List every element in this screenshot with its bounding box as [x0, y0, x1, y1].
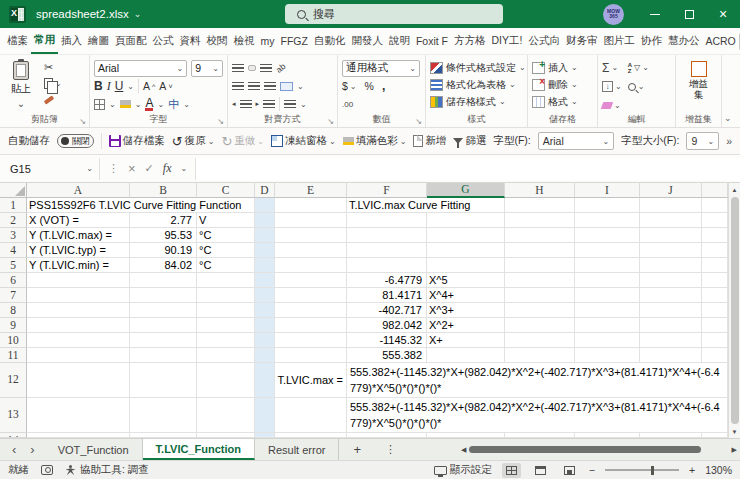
cell-G8[interactable]: X^3+: [427, 303, 505, 318]
cell-A1[interactable]: PSS15S92F6 T.LVIC Curve Fitting Function: [27, 198, 255, 213]
cell-H2[interactable]: [505, 213, 575, 228]
sheet-tab-result-error[interactable]: Result error: [255, 439, 339, 460]
cell-I1[interactable]: [575, 198, 640, 213]
vertical-scrollbar[interactable]: ▲ ▼: [728, 183, 740, 438]
cell-D10[interactable]: [255, 333, 275, 348]
cell-E6[interactable]: [275, 273, 347, 288]
cell-G4[interactable]: [427, 243, 505, 258]
cell-F9[interactable]: 982.042: [347, 318, 427, 333]
increase-decimal-icon[interactable]: .00: [342, 100, 353, 109]
sheet-tab-vot-function[interactable]: VOT_Function: [45, 439, 143, 460]
cell-F8[interactable]: -402.717: [347, 303, 427, 318]
cell-C9[interactable]: [197, 318, 255, 333]
paste-button[interactable]: 貼上 ⌄: [4, 59, 38, 114]
cell-G6[interactable]: X^5: [427, 273, 505, 288]
cell-B3[interactable]: 95.53: [130, 228, 197, 243]
cell-I11[interactable]: [575, 348, 640, 363]
row-header-11[interactable]: 11: [0, 348, 27, 363]
cell-H6[interactable]: [505, 273, 575, 288]
select-all-corner[interactable]: [0, 183, 27, 198]
cell-I6[interactable]: [575, 273, 640, 288]
cell-G11[interactable]: [427, 348, 505, 363]
col-header-A[interactable]: A: [27, 183, 130, 198]
wrap-text-icon[interactable]: [284, 100, 296, 108]
cell-I8[interactable]: [575, 303, 640, 318]
cell-F6[interactable]: -6.4779: [347, 273, 427, 288]
cell-B9[interactable]: [130, 318, 197, 333]
zoom-level[interactable]: 130%: [705, 464, 732, 476]
cell-K4[interactable]: [702, 243, 728, 258]
ribbon-tab-图片工[interactable]: 图片工: [600, 28, 638, 54]
ribbon-tab-頁面配[interactable]: 頁面配: [112, 28, 150, 54]
cell-G5[interactable]: [427, 258, 505, 273]
file-name[interactable]: spreadsheet2.xlsx ⌄: [36, 8, 141, 20]
cell-F4[interactable]: [347, 243, 427, 258]
accessibility-status[interactable]: 協助工具: 調查: [65, 463, 149, 477]
cell-K6[interactable]: [702, 273, 728, 288]
collapse-ribbon-icon[interactable]: ⌄: [724, 113, 732, 123]
cell-A7[interactable]: [27, 288, 130, 303]
shrink-font-button[interactable]: A˅: [159, 78, 172, 95]
col-header-F[interactable]: F: [347, 183, 427, 198]
cell-B10[interactable]: [130, 333, 197, 348]
search-box[interactable]: 搜尋: [285, 4, 503, 24]
cell-B7[interactable]: [130, 288, 197, 303]
cell-G7[interactable]: X^4+: [427, 288, 505, 303]
cell-E8[interactable]: [275, 303, 347, 318]
cell-D11[interactable]: [255, 348, 275, 363]
zoom-slider[interactable]: [605, 469, 679, 471]
cell-B13[interactable]: [130, 398, 197, 433]
row-header-5[interactable]: 5: [0, 258, 27, 273]
ribbon-tab-Foxit F[interactable]: Foxit F: [413, 28, 451, 54]
cell-A10[interactable]: [27, 333, 130, 348]
enter-icon[interactable]: ✓: [145, 162, 154, 175]
cell-C4[interactable]: °C: [197, 243, 255, 258]
zoom-out-button[interactable]: −: [589, 464, 595, 476]
cell-K8[interactable]: [702, 303, 728, 318]
format-as-table-button[interactable]: 格式化為表格⌄: [430, 76, 523, 93]
number-dialog-launcher[interactable]: ↘: [415, 117, 422, 126]
cell-D12[interactable]: [255, 363, 275, 398]
add-sheet-button[interactable]: +: [339, 439, 375, 460]
cell-A11[interactable]: [27, 348, 130, 363]
cell-A2[interactable]: X (VOT) =: [27, 213, 130, 228]
redo-button[interactable]: ↻重做⌄: [221, 133, 264, 150]
sheet-tab-tlvic-function-active[interactable]: T.LVIC_Function: [143, 439, 255, 460]
fill-color-icon[interactable]: [120, 100, 131, 108]
ribbon-tab-繪圖[interactable]: 繪圖: [85, 28, 112, 54]
cell-C3[interactable]: °C: [197, 228, 255, 243]
sort-filter-button[interactable]: AZ▽⌄: [628, 59, 649, 76]
col-header-B[interactable]: B: [130, 183, 197, 198]
cell-K10[interactable]: [702, 333, 728, 348]
increase-indent-icon[interactable]: [263, 100, 275, 108]
more-commands[interactable]: »: [726, 135, 732, 147]
qat-size-select[interactable]: 9⌄: [686, 132, 719, 150]
row-header-1[interactable]: 1: [0, 198, 27, 213]
save-button[interactable]: 儲存檔案: [109, 133, 165, 150]
cell-A13[interactable]: [27, 398, 130, 433]
cell-A12[interactable]: [27, 363, 130, 398]
cell-C8[interactable]: [197, 303, 255, 318]
autosum-button[interactable]: Σ⌄: [602, 59, 622, 76]
cut-button[interactable]: ✂: [44, 61, 62, 74]
cell-J6[interactable]: [640, 273, 702, 288]
format-cells-button[interactable]: 格式⌄: [532, 93, 593, 110]
cell-G2[interactable]: [427, 213, 505, 228]
col-header-partial[interactable]: [702, 183, 728, 198]
cell-F10[interactable]: -1145.32: [347, 333, 427, 348]
filter-button[interactable]: 篩選: [453, 133, 486, 150]
ribbon-tab-常用[interactable]: 常用: [31, 28, 58, 54]
align-center-icon[interactable]: [248, 82, 260, 90]
cell-B8[interactable]: [130, 303, 197, 318]
cell-K5[interactable]: [702, 258, 728, 273]
align-middle-icon[interactable]: [248, 65, 256, 71]
cell-C2[interactable]: V: [197, 213, 255, 228]
cell-I4[interactable]: [575, 243, 640, 258]
scroll-down-icon[interactable]: ▼: [732, 425, 738, 438]
percent-button[interactable]: %: [365, 78, 374, 95]
row-header-10[interactable]: 10: [0, 333, 27, 348]
cell-E3[interactable]: [275, 228, 347, 243]
undo-button[interactable]: ↺復原⌄: [172, 133, 215, 150]
cell-D4[interactable]: [255, 243, 275, 258]
ribbon-tab-開發人[interactable]: 開發人: [348, 28, 386, 54]
